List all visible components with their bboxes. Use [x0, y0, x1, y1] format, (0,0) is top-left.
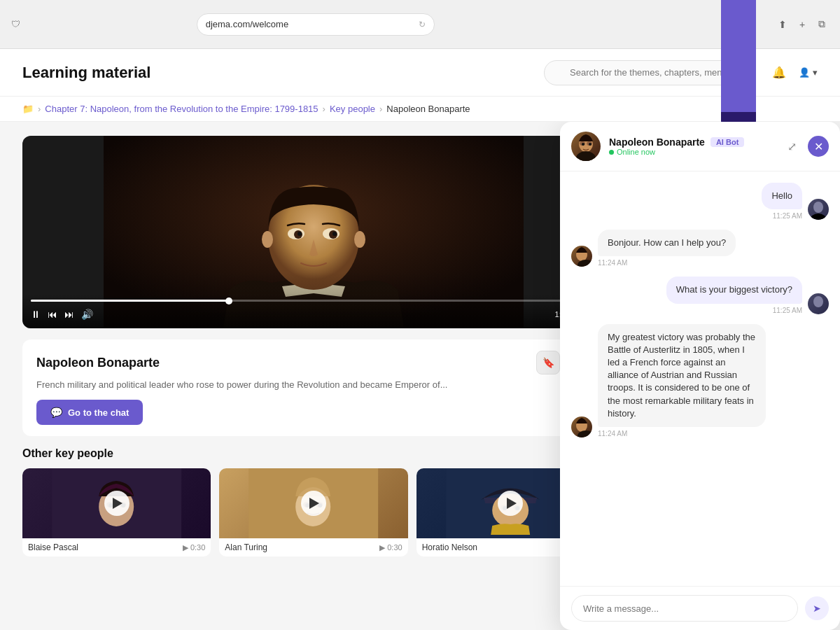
message-meta: My greatest victory was probably the Bat… [598, 324, 766, 438]
ai-badge: AI Bot [710, 137, 744, 147]
app-title: Learning material [22, 64, 150, 82]
video-info: Napoleon Bonaparte 🔖 ↗ French military a… [22, 340, 605, 436]
message-time: 11:24 AM [598, 430, 627, 438]
message-bubble: What is your biggest victory? [666, 276, 802, 303]
message-bubble: Bonjour. How can I help you? [598, 230, 736, 256]
url-text: djema.com/welcome [206, 19, 289, 29]
video-controls: ⏸ ⏮ ⏭ 🔊 1:28 ⛶ [22, 294, 605, 328]
progress-fill [31, 300, 229, 302]
person-card-blaise-pascal[interactable]: Blaise Pascal ▶ 0:30 [22, 468, 211, 556]
chat-avatar [571, 132, 601, 161]
breadcrumb-section[interactable]: Key people [330, 104, 375, 114]
message-bubble: Hello [762, 183, 802, 209]
play-button[interactable] [104, 491, 130, 516]
message-meta: Bonjour. How can I help you? 11:24 AM [598, 230, 736, 267]
message-time: 11:25 AM [773, 307, 802, 314]
person-duration: ▶ 0:30 [379, 543, 402, 552]
person-card-alan-turing[interactable]: Alan Turing ▶ 0:30 [219, 468, 407, 556]
message-bubble: My greatest victory was probably the Bat… [598, 324, 766, 427]
bookmark-button[interactable]: 🔖 [536, 351, 560, 374]
chat-info: Napoleon Bonaparte AI Bot Online now [609, 136, 773, 156]
play-icon [507, 498, 517, 509]
message-meta: Hello 11:25 AM [762, 183, 802, 220]
bot-avatar [571, 416, 592, 438]
person-label: Alan Turing ▶ 0:30 [219, 538, 407, 556]
progress-dot [225, 298, 232, 304]
folder-icon: 📁 [22, 104, 34, 114]
breadcrumb: 📁 › Chapter 7: Napoleon, from the Revolu… [0, 97, 840, 122]
message-row: Hello 11:25 AM [571, 183, 829, 220]
app: Learning material 🔍 🔔 👤 ▾ 📁 › Chapter 7:… [0, 49, 840, 630]
reload-icon[interactable]: ↻ [419, 20, 426, 29]
chat-header-actions: ⤢ ✕ [781, 136, 829, 157]
person-duration: ▶ 0:30 [183, 543, 205, 552]
user-avatar [808, 293, 829, 314]
user-avatar [808, 199, 829, 220]
chevron-down-icon: ▾ [813, 67, 818, 78]
svg-point-4 [354, 231, 365, 248]
pause-button[interactable]: ⏸ [31, 309, 41, 320]
person-name: Alan Turing [225, 542, 267, 552]
play-icon [113, 498, 122, 509]
expand-button[interactable]: ⤢ [781, 136, 802, 157]
svg-point-10 [332, 232, 337, 236]
people-grid: Blaise Pascal ▶ 0:30 [22, 468, 605, 556]
tabs-icon[interactable]: ⧉ [815, 18, 829, 31]
shield-icon: 🛡 [11, 19, 20, 29]
close-chat-button[interactable]: ✕ [808, 136, 829, 157]
svg-point-42 [813, 202, 823, 213]
svg-point-43 [810, 214, 827, 220]
play-button[interactable] [498, 491, 523, 516]
message-row: What is your biggest victory? 11:25 AM [571, 276, 829, 314]
send-button[interactable]: ➤ [805, 596, 829, 620]
svg-point-3 [262, 231, 273, 248]
person-name: Blaise Pascal [28, 542, 78, 552]
person-label: Blaise Pascal ▶ 0:30 [22, 538, 211, 556]
user-icon: 👤 [799, 67, 810, 78]
video-title-row: Napoleon Bonaparte 🔖 ↗ [36, 351, 591, 374]
progress-bar[interactable] [31, 300, 596, 302]
volume-button[interactable]: 🔊 [81, 309, 93, 320]
chat-header: Napoleon Bonaparte AI Bot Online now ⤢ ✕ [560, 122, 840, 172]
play-icon [309, 498, 319, 509]
address-bar[interactable]: djema.com/welcome ↻ [197, 13, 435, 36]
user-menu[interactable]: 👤 ▾ [799, 67, 818, 78]
video-description: French military and political leader who… [36, 379, 591, 391]
rewind-button[interactable]: ⏮ [48, 309, 57, 320]
svg-point-48 [578, 430, 592, 438]
message-row: Bonjour. How can I help you? 11:24 AM [571, 230, 829, 267]
controls-row: ⏸ ⏮ ⏭ 🔊 1:28 ⛶ [31, 307, 596, 321]
go-to-chat-button[interactable]: 💬 Go to the chat [36, 400, 143, 425]
browser-actions: ⬆ + ⧉ [776, 18, 829, 31]
message-row: My greatest victory was probably the Bat… [571, 324, 829, 438]
svg-point-45 [578, 260, 592, 267]
section-title: Other key people [22, 447, 605, 460]
bot-avatar [571, 246, 592, 267]
share-browser-icon[interactable]: ⬆ [776, 18, 790, 31]
chat-popup: Napoleon Bonaparte AI Bot Online now ⤢ ✕ [560, 122, 840, 630]
chat-status: Online now [609, 148, 773, 156]
forward-button[interactable]: ⏭ [64, 309, 74, 320]
content-area: ⏸ ⏮ ⏭ 🔊 1:28 ⛶ Napoleon Bonaparte 🔖 ↗ [0, 122, 840, 630]
chat-input-area: ➤ [560, 586, 840, 630]
bell-button[interactable]: 🔔 [768, 62, 790, 84]
top-nav: Learning material 🔍 🔔 👤 ▾ [0, 49, 840, 97]
add-tab-icon[interactable]: + [795, 18, 809, 31]
video-player[interactable]: ⏸ ⏮ ⏭ 🔊 1:28 ⛶ [22, 136, 605, 328]
person-name: Horatio Nelson [422, 542, 477, 552]
svg-point-41 [576, 151, 596, 161]
chat-messages: Hello 11:25 AM Bonjour. How can I help y… [560, 172, 840, 586]
chat-input[interactable] [571, 595, 798, 622]
online-dot [609, 150, 614, 155]
breadcrumb-chapter[interactable]: Chapter 7: Napoleon, from the Revolution… [45, 104, 318, 114]
chat-icon: 💬 [50, 407, 62, 418]
breadcrumb-current: Napoleon Bonaparte [386, 104, 470, 114]
svg-point-46 [813, 296, 823, 307]
svg-point-40 [589, 143, 592, 146]
chat-name: Napoleon Bonaparte AI Bot [609, 136, 773, 148]
message-time: 11:24 AM [598, 259, 627, 267]
svg-point-9 [298, 232, 302, 236]
video-title: Napoleon Bonaparte [36, 356, 160, 370]
person-thumb [219, 468, 407, 538]
play-button[interactable] [301, 491, 326, 516]
